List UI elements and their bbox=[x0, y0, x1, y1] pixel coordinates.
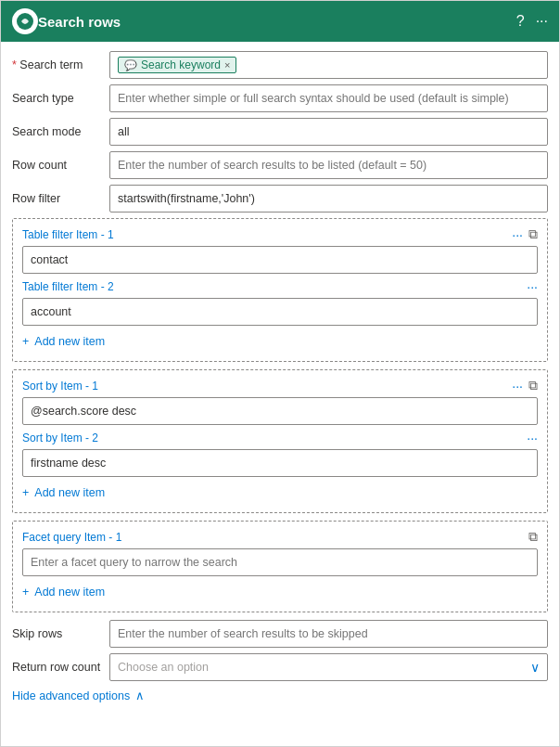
search-mode-row: Search mode bbox=[12, 118, 548, 146]
sort-by-item-1-actions: ··· ⧉ bbox=[512, 378, 538, 393]
row-filter-input[interactable] bbox=[109, 185, 548, 213]
return-row-count-label: Return row count bbox=[12, 661, 109, 674]
tag-icon: 💬 bbox=[124, 59, 137, 71]
table-filter-item-2-header: Table filter Item - 2 ··· bbox=[22, 279, 538, 294]
sort-by-item-1-label: Sort by Item - 1 bbox=[22, 380, 98, 393]
tag-close-button[interactable]: × bbox=[224, 59, 230, 71]
skip-rows-input[interactable] bbox=[109, 620, 548, 648]
skip-rows-label: Skip rows bbox=[12, 627, 109, 640]
more-icon[interactable]: ··· bbox=[536, 13, 548, 30]
table-filter-section: Table filter Item - 1 ··· ⧉ Table filter… bbox=[12, 218, 548, 362]
search-mode-label: Search mode bbox=[12, 125, 109, 138]
row-count-label: Row count bbox=[12, 159, 109, 172]
sort-by-item-1: Sort by Item - 1 ··· ⧉ bbox=[22, 378, 538, 425]
table-filter-item-2-label: Table filter Item - 2 bbox=[22, 280, 114, 293]
table-filter-item-1-actions: ··· ⧉ bbox=[512, 226, 538, 242]
skip-rows-row: Skip rows bbox=[12, 620, 548, 648]
return-row-count-placeholder: Choose an option bbox=[118, 661, 209, 674]
search-type-label: Search type bbox=[12, 92, 109, 105]
facet-query-item-1-label: Facet query Item - 1 bbox=[22, 531, 121, 544]
app-container: Search rows ? ··· Search term 💬 Search k… bbox=[0, 0, 560, 747]
hide-advanced-options[interactable]: Hide advanced options ∧ bbox=[12, 689, 548, 702]
sort-by-add-plus: + bbox=[22, 486, 29, 499]
table-filter-add-label: Add new item bbox=[34, 335, 105, 348]
return-row-count-select[interactable]: Choose an option ∨ bbox=[109, 653, 548, 681]
sort-by-add-button[interactable]: + Add new item bbox=[22, 483, 105, 503]
search-type-row: Search type bbox=[12, 84, 548, 112]
facet-query-add-plus: + bbox=[22, 586, 29, 599]
row-count-row: Row count bbox=[12, 151, 548, 179]
sort-by-item-2-dots[interactable]: ··· bbox=[527, 431, 538, 445]
facet-query-item-1-header: Facet query Item - 1 ⧉ bbox=[22, 529, 538, 545]
table-filter-item-1-dots[interactable]: ··· bbox=[512, 227, 523, 242]
return-row-count-row: Return row count Choose an option ∨ bbox=[12, 653, 548, 681]
facet-query-item-1-input[interactable] bbox=[22, 548, 538, 576]
sort-by-item-2-input[interactable] bbox=[22, 449, 538, 477]
sort-by-item-2-label: Sort by Item - 2 bbox=[22, 431, 98, 444]
table-filter-item-2: Table filter Item - 2 ··· bbox=[22, 279, 538, 326]
row-count-input[interactable] bbox=[109, 151, 548, 179]
table-filter-item-1-label: Table filter Item - 1 bbox=[22, 228, 114, 241]
table-filter-add-plus: + bbox=[22, 335, 29, 348]
header-title: Search rows bbox=[38, 14, 516, 30]
search-keyword-tag: 💬 Search keyword × bbox=[118, 57, 236, 73]
header-icons: ? ··· bbox=[516, 13, 548, 30]
sort-by-item-2-actions: ··· bbox=[527, 431, 538, 445]
table-filter-item-1: Table filter Item - 1 ··· ⧉ bbox=[22, 226, 538, 274]
sort-by-section: Sort by Item - 1 ··· ⧉ Sort by Item - 2 … bbox=[12, 369, 548, 513]
sort-by-item-1-input[interactable] bbox=[22, 397, 538, 425]
facet-query-item-1: Facet query Item - 1 ⧉ bbox=[22, 529, 538, 576]
facet-query-add-label: Add new item bbox=[34, 586, 105, 599]
sort-by-item-2: Sort by Item - 2 ··· bbox=[22, 431, 538, 477]
search-term-input[interactable]: 💬 Search keyword × bbox=[109, 51, 548, 79]
hide-advanced-label: Hide advanced options bbox=[12, 689, 130, 702]
sort-by-add-label: Add new item bbox=[34, 486, 105, 499]
search-type-input[interactable] bbox=[109, 84, 548, 112]
facet-query-add-button[interactable]: + Add new item bbox=[22, 582, 105, 602]
table-filter-item-2-actions: ··· bbox=[527, 279, 538, 294]
help-icon[interactable]: ? bbox=[516, 13, 525, 30]
row-filter-row: Row filter bbox=[12, 185, 548, 213]
sort-by-item-1-copy-icon[interactable]: ⧉ bbox=[528, 378, 538, 393]
chevron-up-icon: ∧ bbox=[135, 689, 145, 702]
search-term-label: Search term bbox=[12, 58, 109, 71]
table-filter-item-1-copy-icon[interactable]: ⧉ bbox=[528, 226, 538, 242]
sort-by-item-1-dots[interactable]: ··· bbox=[512, 379, 523, 393]
sort-by-item-2-header: Sort by Item - 2 ··· bbox=[22, 431, 538, 445]
table-filter-item-2-input[interactable] bbox=[22, 298, 538, 326]
app-logo bbox=[12, 8, 38, 34]
search-mode-input[interactable] bbox=[109, 118, 548, 146]
sort-by-item-1-header: Sort by Item - 1 ··· ⧉ bbox=[22, 378, 538, 393]
header: Search rows ? ··· bbox=[1, 1, 559, 42]
row-filter-label: Row filter bbox=[12, 192, 109, 205]
table-filter-item-2-dots[interactable]: ··· bbox=[527, 279, 538, 294]
facet-query-item-1-actions: ⧉ bbox=[528, 529, 538, 545]
facet-query-item-1-copy-icon[interactable]: ⧉ bbox=[528, 529, 538, 545]
table-filter-item-1-header: Table filter Item - 1 ··· ⧉ bbox=[22, 226, 538, 242]
table-filter-add-button[interactable]: + Add new item bbox=[22, 331, 105, 352]
chevron-down-icon: ∨ bbox=[530, 660, 540, 675]
facet-query-section: Facet query Item - 1 ⧉ + Add new item bbox=[12, 521, 548, 612]
tag-text: Search keyword bbox=[141, 58, 221, 71]
search-term-row: Search term 💬 Search keyword × bbox=[12, 51, 548, 79]
content-area: Search term 💬 Search keyword × Search ty… bbox=[1, 42, 559, 746]
table-filter-item-1-input[interactable] bbox=[22, 246, 538, 274]
